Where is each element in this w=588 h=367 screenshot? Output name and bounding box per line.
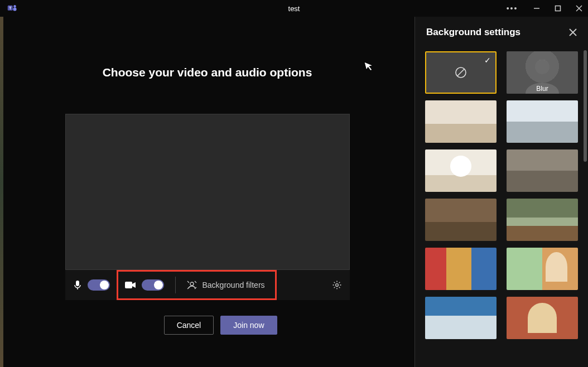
background-thumbnails: ✓ Blur bbox=[415, 47, 588, 367]
svg-point-2 bbox=[13, 5, 16, 8]
background-option-image-2[interactable] bbox=[507, 100, 578, 143]
camera-and-filters-group: Background filters bbox=[117, 270, 277, 300]
prejoin-pane: Choose your video and audio options bbox=[0, 17, 415, 367]
svg-point-21 bbox=[535, 60, 550, 74]
titlebar: T test ••• bbox=[0, 0, 588, 17]
window-title: test bbox=[288, 4, 300, 13]
background-option-image-6[interactable] bbox=[507, 199, 578, 241]
mic-icon bbox=[73, 280, 82, 290]
maximize-button[interactable] bbox=[552, 3, 563, 14]
svg-point-16 bbox=[335, 284, 338, 287]
mic-toggle[interactable] bbox=[88, 279, 110, 291]
background-settings-panel: Background settings ✓ bbox=[415, 17, 588, 367]
toolbar-divider bbox=[175, 277, 176, 293]
background-option-image-7[interactable] bbox=[425, 248, 497, 290]
video-preview bbox=[65, 114, 350, 270]
prejoin-heading: Choose your video and audio options bbox=[103, 66, 312, 79]
svg-rect-10 bbox=[125, 282, 132, 288]
background-option-image-5[interactable] bbox=[425, 199, 497, 241]
device-settings-button[interactable] bbox=[332, 280, 342, 290]
minimize-button[interactable] bbox=[531, 3, 542, 14]
background-filters-icon bbox=[187, 280, 197, 290]
window-controls: ••• bbox=[507, 0, 585, 17]
camera-toggle[interactable] bbox=[142, 279, 164, 291]
more-options-button[interactable]: ••• bbox=[507, 3, 518, 14]
svg-rect-5 bbox=[556, 6, 561, 11]
svg-line-12 bbox=[187, 281, 189, 283]
close-panel-button[interactable] bbox=[569, 28, 577, 36]
background-option-image-1[interactable] bbox=[425, 100, 497, 143]
svg-point-11 bbox=[190, 282, 194, 286]
svg-rect-8 bbox=[76, 281, 79, 286]
close-window-button[interactable] bbox=[573, 3, 585, 14]
background-option-image-9[interactable] bbox=[425, 297, 497, 339]
background-option-none[interactable]: ✓ bbox=[425, 51, 497, 94]
svg-line-20 bbox=[457, 69, 464, 76]
background-option-image-4[interactable] bbox=[507, 149, 578, 192]
svg-rect-3 bbox=[13, 8, 17, 11]
background-filters-label: Background filters bbox=[203, 281, 265, 289]
blur-label: Blur bbox=[507, 85, 578, 93]
teams-app-icon: T bbox=[7, 3, 18, 14]
background-option-image-8[interactable] bbox=[507, 248, 578, 290]
background-option-image-3[interactable] bbox=[425, 149, 497, 192]
background-option-image-10[interactable] bbox=[507, 297, 578, 339]
background-filters-button[interactable]: Background filters bbox=[187, 280, 272, 290]
camera-icon bbox=[125, 281, 136, 289]
device-toolbar: Background filters bbox=[65, 270, 350, 300]
cancel-button[interactable]: Cancel bbox=[164, 316, 214, 335]
panel-title: Background settings bbox=[426, 27, 520, 38]
svg-line-13 bbox=[195, 281, 196, 283]
join-now-button[interactable]: Join now bbox=[220, 316, 277, 335]
background-option-blur[interactable]: Blur bbox=[507, 51, 578, 94]
none-icon bbox=[454, 66, 467, 79]
checkmark-icon: ✓ bbox=[484, 56, 491, 65]
